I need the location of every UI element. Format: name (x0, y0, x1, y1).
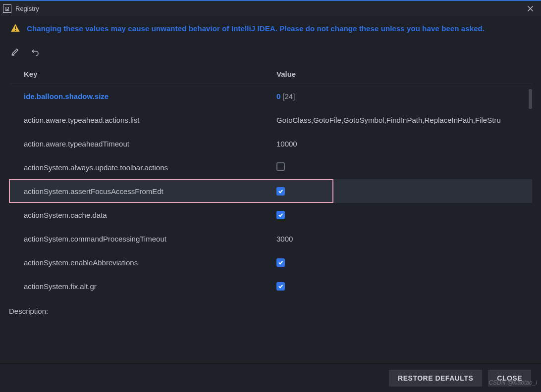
table-body: ide.balloon.shadow.size0[24]action.aware… (9, 84, 532, 298)
svg-rect-2 (15, 26, 16, 29)
registry-value-cell[interactable]: 3000 (267, 235, 532, 243)
table-header: Key Value (9, 64, 532, 84)
warning-icon (10, 23, 21, 34)
registry-value-cell[interactable] (267, 187, 532, 196)
checkbox[interactable] (276, 162, 285, 171)
intellij-icon: IJ (3, 4, 11, 13)
registry-key-cell: action.aware.typeahead.actions.list (9, 116, 267, 124)
registry-key-cell: actionSystem.assertFocusAccessFromEdt (9, 187, 267, 196)
registry-value-cell[interactable] (267, 282, 532, 291)
checkbox[interactable] (276, 211, 285, 219)
registry-key-cell: actionSystem.fix.alt.gr (9, 282, 267, 291)
registry-key-cell: actionSystem.enableAbbreviations (9, 258, 267, 267)
toolbar (11, 46, 40, 59)
checkbox[interactable] (276, 282, 285, 291)
checkbox[interactable] (276, 258, 285, 267)
registry-table: Key Value ide.balloon.shadow.size0[24]ac… (9, 64, 532, 298)
table-row[interactable]: actionSystem.cache.data (9, 203, 532, 227)
description-label: Description: (9, 307, 48, 315)
svg-rect-3 (15, 30, 16, 31)
table-row[interactable]: ide.balloon.shadow.size0[24] (9, 84, 532, 108)
registry-value-cell[interactable]: 0[24] (267, 92, 532, 100)
undo-icon (31, 48, 40, 56)
registry-value-cell[interactable] (267, 211, 532, 219)
table-row[interactable]: action.aware.typeaheadTimeout10000 (9, 132, 532, 155)
registry-key-cell: actionSystem.cache.data (9, 211, 267, 219)
close-icon (528, 6, 533, 11)
registry-value-cell[interactable]: GotoClass,GotoFile,GotoSymbol,FindInPath… (267, 116, 532, 124)
table-row[interactable]: action.aware.typeahead.actions.listGotoC… (9, 108, 532, 132)
pencil-icon (11, 48, 20, 56)
registry-key-cell: actionSystem.always.update.toolbar.actio… (9, 163, 267, 172)
table-row[interactable]: actionSystem.always.update.toolbar.actio… (9, 155, 532, 179)
registry-value-cell[interactable]: 10000 (267, 140, 532, 148)
table-row[interactable]: actionSystem.enableAbbreviations (9, 250, 532, 274)
window-close-button[interactable] (519, 1, 541, 16)
close-button[interactable]: CLOSE (488, 370, 531, 387)
restore-defaults-button[interactable]: RESTORE DEFAULTS (389, 370, 482, 387)
column-header-key[interactable]: Key (9, 70, 267, 78)
titlebar: IJ Registry (0, 1, 541, 16)
registry-key-cell: ide.balloon.shadow.size (9, 92, 267, 100)
registry-key-cell: actionSystem.commandProcessingTimeout (9, 235, 267, 243)
warning-banner: Changing these values may cause unwanted… (10, 23, 535, 34)
warning-text: Changing these values may cause unwanted… (27, 24, 485, 33)
registry-value-cell[interactable] (267, 258, 532, 267)
window-title: Registry (15, 5, 39, 12)
checkbox[interactable] (276, 187, 285, 196)
registry-value-cell[interactable] (267, 162, 532, 172)
dialog-footer: RESTORE DEFAULTS CLOSE (0, 363, 541, 392)
revert-button[interactable] (31, 48, 40, 58)
table-row[interactable]: actionSystem.assertFocusAccessFromEdt (9, 179, 532, 203)
table-row[interactable]: actionSystem.commandProcessingTimeout300… (9, 227, 532, 250)
table-row[interactable]: actionSystem.fix.alt.gr (9, 274, 532, 298)
edit-button[interactable] (11, 48, 20, 58)
column-header-value[interactable]: Value (267, 70, 532, 78)
registry-key-cell: action.aware.typeaheadTimeout (9, 140, 267, 148)
